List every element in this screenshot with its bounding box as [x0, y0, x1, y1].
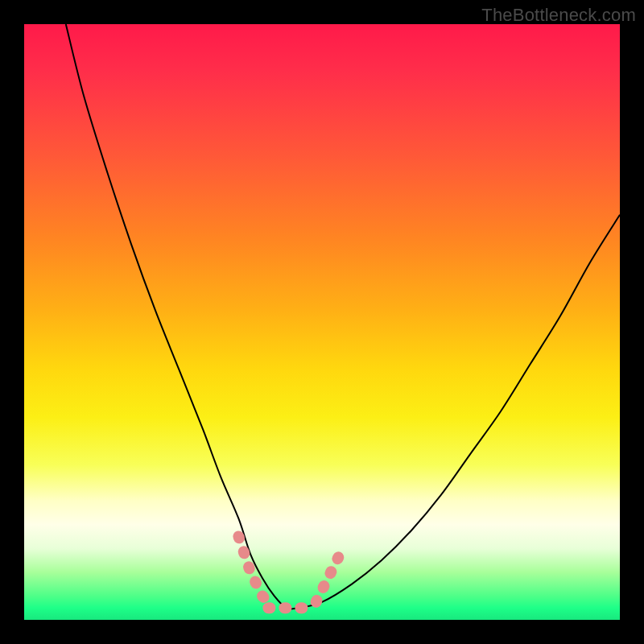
plot-area	[24, 24, 620, 620]
chart-frame: TheBottleneck.com	[0, 0, 644, 644]
curve-layer	[24, 24, 620, 620]
optimal-marker-left	[238, 536, 268, 601]
bottleneck-curve	[66, 24, 620, 609]
watermark-text: TheBottleneck.com	[481, 5, 636, 26]
